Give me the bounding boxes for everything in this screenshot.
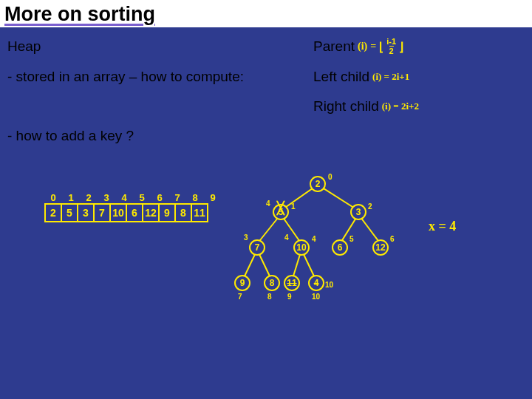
slash-icon: ╳ [277,201,284,215]
arr-idx: 3 [98,192,115,203]
arr-idx: 5 [133,192,151,203]
floor-l: ⌊ [379,40,383,54]
tree-node: 9 [234,275,250,291]
heap-array: 0 1 2 3 4 5 6 7 8 9 2 5 3 7 10 6 12 9 8 … [44,192,222,222]
tree-node-id: 8 [267,293,272,301]
parent-eq: = [370,41,376,52]
arr-idx: 2 [80,192,98,203]
arr-val: 2 [44,203,62,222]
arr-val: 9 [158,203,176,222]
tree-node: 3 [350,204,366,220]
arr-val: 12 [142,203,160,222]
parent-label: Parent [313,38,355,55]
leftchild-label: Left child [313,69,369,85]
tree-insert: 4 [284,233,289,242]
heap-tree: 2 0 5 ╳ 4 1 3 2 7 3 10 4 4 6 5 12 6 9 7 … [222,170,414,310]
title-bar: More on sorting [0,0,532,27]
tree-node-id: 7 [238,293,242,301]
stored-label: - stored in an array – how to compute: [7,69,313,85]
tree-node: 8 [264,275,280,291]
tree-node-id: 1 [291,202,296,211]
tree-node: 12 [372,239,389,256]
parent-den: 2 [389,46,394,55]
slide-content: Heap Parent (i) = ⌊ i-1 2 ⌋ - stored in … [0,27,532,144]
parent-frac: i-1 2 [386,38,396,55]
page-title: More on sorting [4,3,532,26]
tree-node-id: 5 [349,235,354,243]
tree-node-id: 4 [312,235,316,243]
heap-label: Heap [7,38,313,55]
rightchild-formula: (i) = 2i+2 [382,100,419,112]
parent-num: i-1 [386,38,396,46]
floor-r: ⌋ [399,40,403,54]
tree-node: 6 [332,239,348,256]
addkey-label: - how to add a key ? [7,128,313,144]
tree-node: 11 [284,275,300,291]
rightchild-label: Right child [313,98,379,115]
arr-val: 3 [77,203,95,222]
tree-node: 10 [293,239,310,256]
arr-val: 11 [191,203,208,222]
arr-idx: 7 [168,192,186,203]
tree-node-id: 3 [244,233,248,242]
arr-idx: 6 [151,192,168,203]
arr-val: 5 [61,203,78,222]
tree-replace: 10 [325,281,333,289]
tree-node: 7 [249,239,265,256]
leftchild-formula: (i) = 2i+1 [372,71,409,83]
arr-val: 8 [174,203,192,222]
arr-idx: 1 [62,192,80,203]
arr-val: 6 [126,203,143,222]
tree-node-new: 4 [308,275,324,291]
arr-idx: 9 [204,192,222,203]
parent-i: (i) [358,41,367,52]
tree-insert: 4 [266,200,270,208]
tree-node-id: 9 [287,293,292,301]
arr-idx: 8 [186,192,204,203]
x-annotation: x = 4 [429,219,456,234]
arr-idx: 0 [44,192,62,203]
tree-node: 2 [310,176,326,192]
tree-node-id: 10 [312,293,320,301]
tree-node-id: 2 [368,202,372,211]
tree-node-id: 6 [390,235,395,243]
arr-val: 7 [93,203,111,222]
arr-val: 10 [109,203,127,222]
arr-idx: 4 [115,192,133,203]
tree-node-id: 0 [328,173,332,181]
